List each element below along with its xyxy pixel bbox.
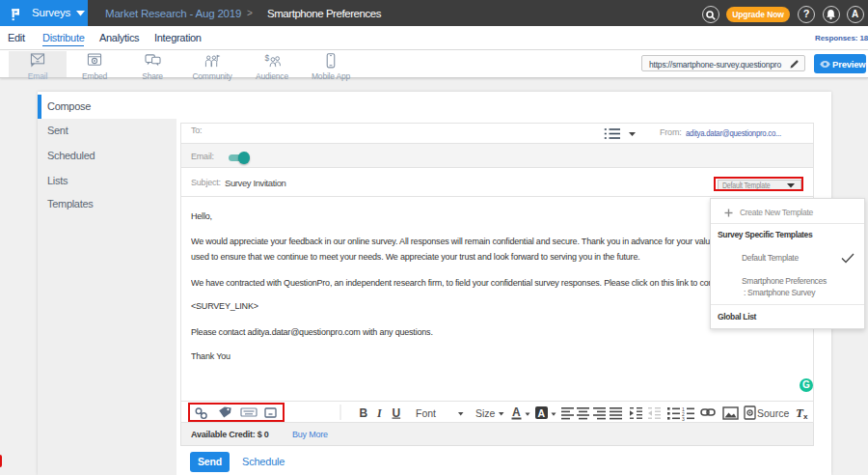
svg-text:I: I (376, 406, 383, 420)
svg-text:U: U (393, 406, 401, 420)
svg-text:x: x (803, 412, 808, 421)
svg-text:$: $ (264, 53, 269, 63)
svg-text:A: A (512, 405, 521, 419)
svg-text:B: B (360, 406, 368, 420)
svg-text:A: A (538, 407, 546, 419)
svg-text:Font: Font (416, 407, 436, 419)
svg-text:Source: Source (757, 407, 789, 419)
svg-text:Size: Size (475, 407, 496, 419)
svg-text:3: 3 (682, 416, 685, 422)
